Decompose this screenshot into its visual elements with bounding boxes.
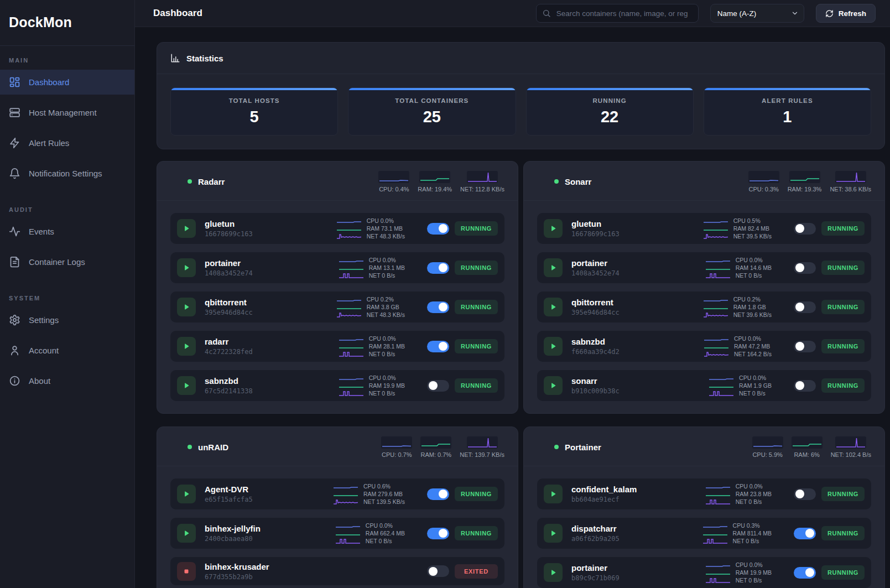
sidebar-item-notification-settings[interactable]: Notification Settings [0,161,134,186]
sidebar-item-account[interactable]: Account [0,338,134,363]
container-name: Agent-DVR [205,485,253,494]
container-row-portainer[interactable]: portainer 1408a3452e74 CPU 0.0% RAM 13.1… [170,252,504,283]
sidebar-item-label: Settings [29,315,59,325]
container-cpu-label: CPU 0.0% [369,335,396,342]
start-container-button[interactable] [177,485,196,503]
container-restart-button[interactable] [779,342,788,351]
container-restart-button[interactable] [412,529,421,538]
status-badge: RUNNING [455,526,498,540]
start-container-button[interactable] [544,563,563,582]
container-restart-button[interactable] [412,263,421,273]
statistics-grid: TOTAL HOSTS 5 TOTAL CONTAINERS 25 RUNNIN… [157,74,884,149]
start-container-button[interactable] [544,258,563,277]
start-container-button[interactable] [544,337,563,356]
container-toggle[interactable] [794,223,816,235]
host-ram-label: RAM: 0.7% [420,451,451,458]
start-container-button[interactable] [177,298,196,316]
sidebar-item-alert-rules[interactable]: Alert Rules [0,131,134,155]
refresh-button-label: Refresh [839,9,866,18]
container-ram-label: RAM 23.8 MB [736,491,772,497]
container-toggle[interactable] [427,301,449,313]
container-restart-button[interactable] [779,263,788,273]
sidebar-item-about[interactable]: About [0,368,134,393]
start-container-button[interactable] [177,524,196,543]
start-container-button[interactable] [177,258,196,277]
container-row-sabnzbd[interactable]: sabnzbd f660aa39c4d2 CPU 0.0% RAM 47.2 M… [537,331,871,362]
container-restart-button[interactable] [412,303,421,312]
container-row-sonarr[interactable]: sonarr b910c009b38c CPU 0.0% RAM 1.9 GB … [537,370,871,401]
toggle-knob [795,342,804,351]
container-toggle[interactable] [427,565,449,577]
sidebar-item-container-logs[interactable]: Container Logs [0,249,134,274]
status-badge: RUNNING [821,261,865,275]
container-mini-stats: CPU 0.0% RAM 47.2 MB NET 164.2 B/s [704,335,772,357]
container-restart-button[interactable] [412,224,421,233]
container-row-agent-dvr[interactable]: Agent-DVR e65f15afcfa5 CPU 0.6% RAM 279.… [170,478,504,509]
stop-container-button[interactable] [177,562,196,581]
container-ram-stat: RAM 662.4 MB [335,530,405,537]
start-container-button[interactable] [544,485,563,503]
container-restart-button[interactable] [412,342,421,351]
app-logo: DockMon [0,0,134,45]
start-container-button[interactable] [177,219,196,238]
container-toggle[interactable] [427,223,449,235]
refresh-icon [825,9,834,18]
status-badge: RUNNING [821,300,865,314]
start-container-button[interactable] [544,376,563,395]
container-controls: CPU 0.0% RAM 23.8 MB NET 0 B/s RUNNING [705,483,865,505]
container-restart-button[interactable] [779,529,788,538]
container-row-sabnzbd[interactable]: sabnzbd 67c5d2141338 CPU 0.0% RAM 19.9 M… [170,370,504,401]
container-row-qbittorrent[interactable]: qbittorrent 395e946d84cc CPU 0.2% RAM 3.… [170,292,504,322]
container-row-portainer[interactable]: portainer b89c9c71b069 CPU 0.0% RAM 19.9… [537,557,871,588]
container-restart-button[interactable] [412,381,421,391]
start-container-button[interactable] [544,298,563,316]
sort-select[interactable]: Name (A-Z) [710,4,804,23]
container-row-dispatcharr[interactable]: dispatcharr a06f62b9a205 CPU 0.3% RAM 81… [537,518,871,549]
status-badge: RUNNING [821,339,865,353]
container-row-gluetun[interactable]: gluetun 16678699c163 CPU 0.0% RAM 73.1 M… [170,213,504,244]
container-toggle[interactable] [794,262,816,274]
info-icon [9,375,20,387]
container-row-binhex-krusader[interactable]: binhex-krusader 677d355b2a9b EXITED [170,557,504,585]
start-container-button[interactable] [177,376,196,395]
sidebar-item-host-management[interactable]: Host Management [0,100,134,125]
container-toggle[interactable] [427,380,449,392]
container-restart-button[interactable] [779,303,788,312]
container-restart-button[interactable] [779,381,788,391]
net-sparkline-chart [467,171,498,183]
sidebar-item-events[interactable]: Events [0,219,134,244]
container-row-radarr[interactable]: radarr 4c2722328fed CPU 0.0% RAM 28.1 MB… [170,331,504,362]
container-mini-stats: CPU 0.2% RAM 1.8 GB NET 39.6 KB/s [703,296,772,318]
container-cpu-label: CPU 0.3% [733,522,760,529]
container-toggle[interactable] [794,301,816,313]
refresh-button[interactable]: Refresh [816,4,876,23]
start-container-button[interactable] [177,337,196,356]
search-input[interactable] [536,4,699,23]
container-toggle[interactable] [794,488,816,500]
container-toggle[interactable] [427,488,449,500]
container-restart-button[interactable] [779,490,788,499]
container-toggle[interactable] [427,341,449,352]
container-row-qbittorrent[interactable]: qbittorrent 395e946d84cc CPU 0.2% RAM 1.… [537,292,871,322]
stat-card-value: 22 [527,108,693,126]
container-toggle[interactable] [794,341,816,352]
container-toggle[interactable] [794,380,816,392]
start-container-button[interactable] [544,524,563,543]
container-toggle[interactable] [794,528,816,539]
container-ram-label: RAM 811.4 MB [733,530,772,537]
host-card-sonarr: Sonarr CPU: 0.3% RAM: 19.3% NET: 38.6 KB… [523,161,885,414]
container-restart-button[interactable] [779,224,788,233]
start-container-button[interactable] [544,219,563,238]
sidebar-item-settings[interactable]: Settings [0,308,134,332]
container-row-gluetun[interactable]: gluetun 16678699c163 CPU 0.5% RAM 82.4 M… [537,213,871,244]
container-restart-button[interactable] [412,566,421,576]
container-toggle[interactable] [427,528,449,539]
sidebar-item-dashboard[interactable]: Dashboard [0,70,134,95]
container-row-binhex-jellyfin[interactable]: binhex-jellyfin 2400cbaaea80 CPU 0.0% RA… [170,518,504,549]
container-toggle[interactable] [427,262,449,274]
container-toggle[interactable] [794,567,816,579]
container-restart-button[interactable] [779,568,788,577]
container-row-confident-kalam[interactable]: confident_kalam bb604ae91ecf CPU 0.0% RA… [537,478,871,509]
container-row-portainer[interactable]: portainer 1408a3452e74 CPU 0.0% RAM 14.6… [537,252,871,283]
container-restart-button[interactable] [412,490,421,499]
